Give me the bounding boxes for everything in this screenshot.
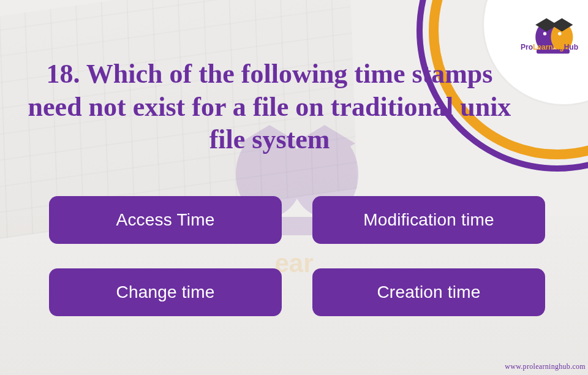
svg-point-10 [543,32,546,35]
option-c[interactable]: Change time [49,268,282,316]
brand-name-part2: Learning [533,43,564,51]
brand-name: ProLearningHub [516,43,583,51]
options-grid: Access Time Modification time Change tim… [49,196,545,316]
option-label: Creation time [377,282,480,302]
question-text: 18. Which of the following time stamps n… [18,58,521,156]
option-label: Access Time [116,210,215,230]
option-a[interactable]: Access Time [49,196,282,244]
option-label: Modification time [363,210,494,230]
question-body: Which of the following time stamps need … [28,59,511,154]
brand-name-part1: Pro [521,43,533,51]
footer-url: www.prolearninghub.com [505,362,586,371]
brand-name-part3: Hub [564,43,578,51]
option-d[interactable]: Creation time [312,268,545,316]
footer-url-text: www.prolearninghub.com [505,362,586,371]
option-label: Change time [116,282,215,302]
slide: ear ProLearningHub 18 [0,0,588,375]
option-b[interactable]: Modification time [312,196,545,244]
svg-point-11 [558,32,561,35]
question-number: 18. [47,59,80,89]
